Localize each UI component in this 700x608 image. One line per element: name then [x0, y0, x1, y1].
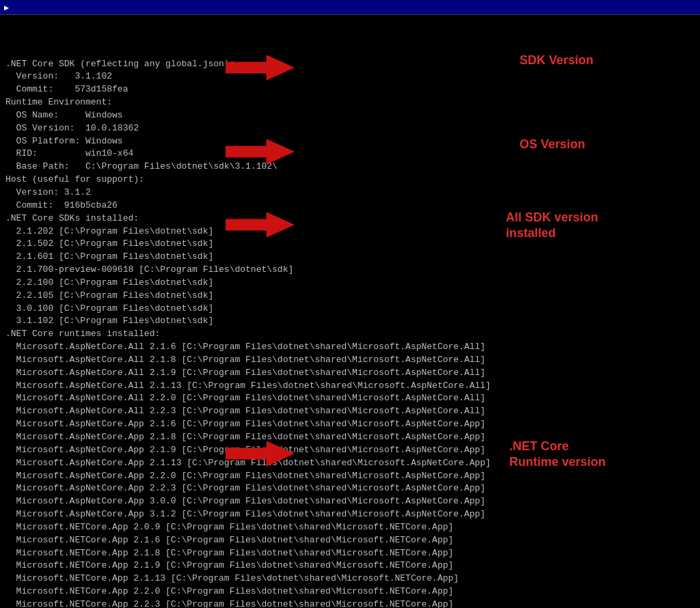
terminal-line: Microsoft.AspNetCore.App 2.2.3 [C:\Progr… — [5, 482, 695, 495]
terminal-line: .NET Core SDK (reflecting any global.jso… — [5, 58, 695, 71]
terminal-line: OS Name: Windows — [5, 109, 695, 122]
terminal-line: Microsoft.AspNetCore.App 2.1.9 [C:\Progr… — [5, 444, 695, 457]
terminal-line: Microsoft.AspNetCore.All 2.1.8 [C:\Progr… — [5, 354, 695, 367]
terminal-window: .NET Core SDK (reflecting any global.jso… — [0, 15, 700, 608]
terminal-line: Microsoft.AspNetCore.App 2.1.8 [C:\Progr… — [5, 431, 695, 444]
terminal-line: Microsoft.AspNetCore.App 3.0.0 [C:\Progr… — [5, 495, 695, 508]
terminal-line: Microsoft.NETCore.App 2.1.6 [C:\Program … — [5, 534, 695, 547]
terminal-line: Microsoft.AspNetCore.All 2.1.13 [C:\Prog… — [5, 380, 695, 393]
terminal-line: Microsoft.AspNetCore.All 2.2.3 [C:\Progr… — [5, 405, 695, 418]
terminal-line: .NET Core runtimes installed: — [5, 328, 695, 341]
terminal-line: Microsoft.AspNetCore.App 2.1.13 [C:\Prog… — [5, 457, 695, 470]
terminal-line: Microsoft.NETCore.App 2.1.13 [C:\Program… — [5, 572, 695, 585]
terminal-line: Version: 3.1.102 — [5, 70, 695, 83]
terminal-line: 3.1.102 [C:\Program Files\dotnet\sdk] — [5, 315, 695, 328]
terminal-line: 2.1.502 [C:\Program Files\dotnet\sdk] — [5, 238, 695, 251]
terminal-line: Microsoft.AspNetCore.App 2.2.0 [C:\Progr… — [5, 470, 695, 483]
terminal-line: Runtime Environment: — [5, 96, 695, 109]
terminal-line: Microsoft.AspNetCore.All 2.1.9 [C:\Progr… — [5, 367, 695, 380]
terminal-line: 2.2.105 [C:\Program Files\dotnet\sdk] — [5, 290, 695, 303]
terminal-output: .NET Core SDK (reflecting any global.jso… — [5, 58, 695, 608]
terminal-line: .NET Core SDKs installed: — [5, 212, 695, 225]
terminal-line: 2.1.202 [C:\Program Files\dotnet\sdk] — [5, 225, 695, 238]
terminal-line: Host (useful for support): — [5, 174, 695, 186]
terminal-line: Commit: 573d158fea — [5, 83, 695, 96]
terminal-line: RID: win10-x64 — [5, 148, 695, 161]
command-line — [5, 19, 695, 58]
terminal-line: Microsoft.NETCore.App 2.2.0 [C:\Program … — [5, 585, 695, 598]
terminal-line: Commit: 916b5cba26 — [5, 199, 695, 212]
terminal-line: 2.1.601 [C:\Program Files\dotnet\sdk] — [5, 251, 695, 264]
terminal-line: 2.1.700-preview-009618 [C:\Program Files… — [5, 264, 695, 277]
terminal-line: 2.2.100 [C:\Program Files\dotnet\sdk] — [5, 277, 695, 290]
terminal-line: Microsoft.NETCore.App 2.1.9 [C:\Program … — [5, 559, 695, 572]
terminal-line: Microsoft.AspNetCore.App 2.1.6 [C:\Progr… — [5, 418, 695, 431]
terminal-line: Microsoft.AspNetCore.All 2.2.0 [C:\Progr… — [5, 392, 695, 405]
terminal-line: OS Platform: Windows — [5, 135, 695, 148]
terminal-line: Base Path: C:\Program Files\dotnet\sdk\3… — [5, 161, 695, 174]
terminal-line: OS Version: 10.0.18362 — [5, 122, 695, 135]
terminal-line: Version: 3.1.2 — [5, 186, 695, 199]
terminal-line: 3.0.100 [C:\Program Files\dotnet\sdk] — [5, 303, 695, 316]
terminal-line: Microsoft.NETCore.App 2.1.8 [C:\Program … — [5, 547, 695, 560]
terminal-line: Microsoft.NETCore.App 2.0.9 [C:\Program … — [5, 521, 695, 534]
title-bar-icon: ▶ — [4, 3, 14, 12]
title-bar: ▶ — [0, 0, 700, 15]
terminal-line: Microsoft.NETCore.App 2.2.3 [C:\Program … — [5, 598, 695, 608]
terminal-line: Microsoft.AspNetCore.App 3.1.2 [C:\Progr… — [5, 508, 695, 521]
terminal-line: Microsoft.AspNetCore.All 2.1.6 [C:\Progr… — [5, 341, 695, 354]
